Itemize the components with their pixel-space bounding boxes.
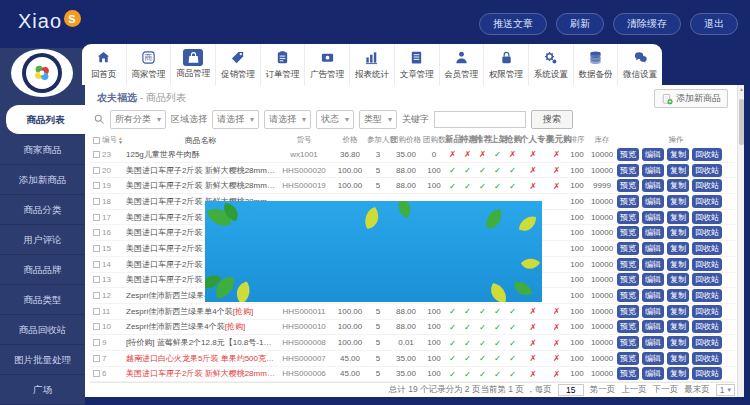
column-header-id[interactable]: 编号▲▼ bbox=[102, 135, 126, 145]
nav-item[interactable]: 文章管理 bbox=[395, 44, 440, 85]
nav-item[interactable]: 系统设置 bbox=[529, 44, 574, 85]
row-checkbox[interactable] bbox=[93, 276, 100, 283]
row-checkbox[interactable] bbox=[93, 323, 100, 330]
copy-button[interactable]: 复制 bbox=[667, 242, 689, 255]
copy-button[interactable]: 复制 bbox=[667, 289, 689, 302]
topbar-button[interactable]: 退出 bbox=[690, 13, 738, 35]
nav-item[interactable]: 回首页 bbox=[82, 44, 127, 85]
recycle-button[interactable]: 回收站 bbox=[692, 226, 722, 239]
breadcrumb-root[interactable]: 农夫福选 bbox=[97, 92, 137, 103]
preview-button[interactable]: 预览 bbox=[617, 336, 639, 349]
recycle-button[interactable]: 回收站 bbox=[692, 211, 722, 224]
row-checkbox[interactable] bbox=[93, 292, 100, 299]
nav-item[interactable]: 数据备份 bbox=[574, 44, 619, 85]
recycle-button[interactable]: 回收站 bbox=[692, 258, 722, 271]
preview-button[interactable]: 预览 bbox=[617, 148, 639, 161]
preview-button[interactable]: 预览 bbox=[617, 273, 639, 286]
sidebar-item[interactable]: 商品类型 bbox=[0, 285, 85, 315]
copy-button[interactable]: 复制 bbox=[667, 195, 689, 208]
recycle-button[interactable]: 回收站 bbox=[692, 367, 722, 380]
row-checkbox[interactable] bbox=[93, 245, 100, 252]
row-checkbox[interactable] bbox=[93, 370, 100, 377]
preview-button[interactable]: 预览 bbox=[617, 211, 639, 224]
copy-button[interactable]: 复制 bbox=[667, 336, 689, 349]
topbar-button[interactable]: 清除缓存 bbox=[613, 13, 681, 35]
nav-item[interactable]: 订单管理 bbox=[261, 44, 306, 85]
row-checkbox[interactable] bbox=[93, 214, 100, 221]
recycle-button[interactable]: 回收站 bbox=[692, 242, 722, 255]
edit-button[interactable]: 编辑 bbox=[642, 148, 664, 161]
vertical-scrollbar[interactable]: ▲ bbox=[737, 85, 744, 397]
scrollbar-thumb[interactable] bbox=[739, 99, 744, 145]
first-page-link[interactable]: 第一页 bbox=[590, 384, 616, 396]
edit-button[interactable]: 编辑 bbox=[642, 211, 664, 224]
select-all-checkbox[interactable] bbox=[93, 137, 100, 144]
edit-button[interactable]: 编辑 bbox=[642, 258, 664, 271]
row-checkbox[interactable] bbox=[93, 308, 100, 315]
topbar-button[interactable]: 刷新 bbox=[556, 13, 604, 35]
nav-item[interactable]: 会员管理 bbox=[440, 44, 485, 85]
row-checkbox[interactable] bbox=[93, 182, 100, 189]
row-checkbox[interactable] bbox=[93, 151, 100, 158]
region-select-2[interactable]: 请选择 bbox=[264, 110, 311, 129]
prev-page-link[interactable]: 上一页 bbox=[621, 384, 647, 396]
last-page-link[interactable]: 最末页 bbox=[684, 384, 710, 396]
copy-button[interactable]: 复制 bbox=[667, 164, 689, 177]
status-select[interactable]: 状态 bbox=[316, 110, 354, 129]
keyword-input[interactable] bbox=[434, 111, 526, 128]
copy-button[interactable]: 复制 bbox=[667, 352, 689, 365]
row-checkbox[interactable] bbox=[93, 355, 100, 362]
nav-item[interactable]: 商 商家管理 bbox=[127, 44, 172, 85]
recycle-button[interactable]: 回收站 bbox=[692, 195, 722, 208]
category-select[interactable]: 所有分类 bbox=[110, 110, 166, 129]
row-checkbox[interactable] bbox=[93, 198, 100, 205]
row-checkbox[interactable] bbox=[93, 167, 100, 174]
row-checkbox[interactable] bbox=[93, 229, 100, 236]
recycle-button[interactable]: 回收站 bbox=[692, 289, 722, 302]
edit-button[interactable]: 编辑 bbox=[642, 195, 664, 208]
nav-item[interactable]: 权限管理 bbox=[484, 44, 529, 85]
edit-button[interactable]: 编辑 bbox=[642, 273, 664, 286]
recycle-button[interactable]: 回收站 bbox=[692, 320, 722, 333]
sidebar-item[interactable]: 商品分类 bbox=[0, 195, 85, 225]
edit-button[interactable]: 编辑 bbox=[642, 289, 664, 302]
sidebar-item[interactable]: 商品品牌 bbox=[0, 255, 85, 285]
page-select[interactable]: 1 bbox=[716, 384, 735, 396]
preview-button[interactable]: 预览 bbox=[617, 258, 639, 271]
page-size-input[interactable] bbox=[558, 384, 584, 396]
preview-button[interactable]: 预览 bbox=[617, 242, 639, 255]
edit-button[interactable]: 编辑 bbox=[642, 226, 664, 239]
recycle-button[interactable]: 回收站 bbox=[692, 305, 722, 318]
sidebar-item[interactable]: 添加新商品 bbox=[0, 165, 85, 195]
topbar-button[interactable]: 推送文章 bbox=[479, 13, 547, 35]
recycle-button[interactable]: 回收站 bbox=[692, 148, 722, 161]
next-page-link[interactable]: 下一页 bbox=[653, 384, 679, 396]
preview-button[interactable]: 预览 bbox=[617, 320, 639, 333]
copy-button[interactable]: 复制 bbox=[667, 211, 689, 224]
edit-button[interactable]: 编辑 bbox=[642, 367, 664, 380]
nav-item[interactable]: 报表统计 bbox=[350, 44, 395, 85]
nav-item[interactable]: 促销管理 bbox=[216, 44, 261, 85]
search-button[interactable]: 搜索 bbox=[531, 110, 573, 129]
preview-button[interactable]: 预览 bbox=[617, 352, 639, 365]
preview-button[interactable]: 预览 bbox=[617, 164, 639, 177]
recycle-button[interactable]: 回收站 bbox=[692, 179, 722, 192]
nav-item[interactable]: 广告管理 bbox=[305, 44, 350, 85]
preview-button[interactable]: 预览 bbox=[617, 289, 639, 302]
recycle-button[interactable]: 回收站 bbox=[692, 352, 722, 365]
edit-button[interactable]: 编辑 bbox=[642, 305, 664, 318]
copy-button[interactable]: 复制 bbox=[667, 273, 689, 286]
copy-button[interactable]: 复制 bbox=[667, 258, 689, 271]
copy-button[interactable]: 复制 bbox=[667, 320, 689, 333]
copy-button[interactable]: 复制 bbox=[667, 179, 689, 192]
type-select[interactable]: 类型 bbox=[359, 110, 397, 129]
preview-button[interactable]: 预览 bbox=[617, 226, 639, 239]
edit-button[interactable]: 编辑 bbox=[642, 179, 664, 192]
sidebar-item[interactable]: 广场 bbox=[0, 375, 85, 405]
row-checkbox[interactable] bbox=[93, 339, 100, 346]
copy-button[interactable]: 复制 bbox=[667, 367, 689, 380]
sidebar-item[interactable]: 商家商品 bbox=[0, 135, 85, 165]
nav-item[interactable]: 微信设置 bbox=[618, 44, 662, 85]
recycle-button[interactable]: 回收站 bbox=[692, 336, 722, 349]
edit-button[interactable]: 编辑 bbox=[642, 164, 664, 177]
